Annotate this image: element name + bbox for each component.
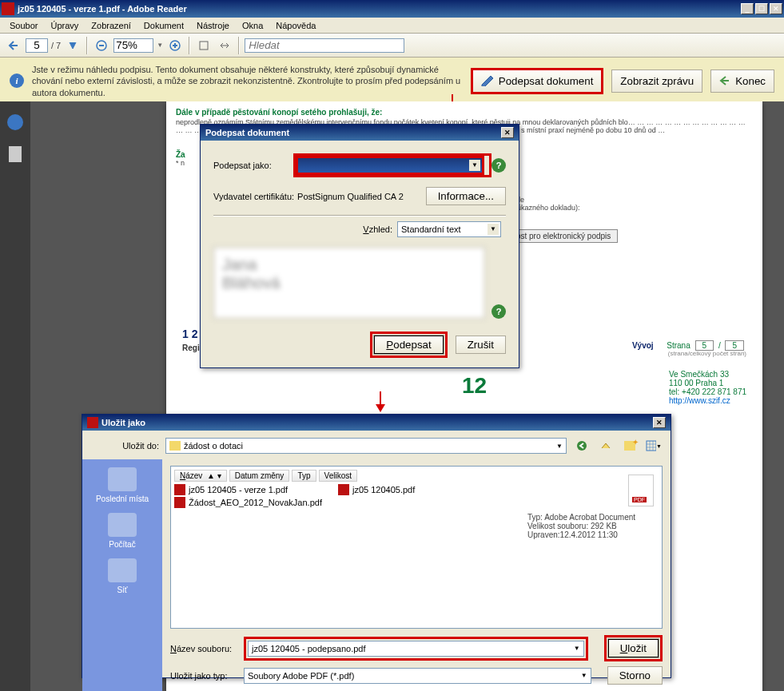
folder-icon <box>169 441 181 451</box>
minimize-button[interactable]: _ <box>741 3 754 14</box>
pen-icon <box>481 75 494 86</box>
pdf-icon <box>2 2 14 15</box>
window-title: jz05 120405 - verze 1.pdf - Adobe Reader <box>18 4 741 14</box>
network-label: Síť <box>117 586 127 594</box>
sign-as-label: Podepsat jako: <box>213 161 293 170</box>
search-input[interactable] <box>245 38 404 53</box>
window-controls: _ ☐ ✕ <box>741 3 782 14</box>
filetype-label: Uložit jako typ: <box>170 671 239 681</box>
cancel-save-button[interactable]: Storno <box>607 666 663 685</box>
col-name[interactable]: Název ▲ ▾ <box>174 470 227 482</box>
file-list[interactable]: Název ▲ ▾ Datum změny Typ Velikost jz05 … <box>170 466 663 629</box>
page-footer-right: Vývoj Strana 5 / 5 (strana/celkový počet… <box>632 341 746 357</box>
menu-edit[interactable]: Úpravy <box>44 19 85 32</box>
maximize-button[interactable]: ☐ <box>755 3 768 14</box>
pdf-large-icon <box>628 475 654 506</box>
menu-file[interactable]: Soubor <box>3 19 44 32</box>
pages-panel-icon[interactable] <box>9 146 22 162</box>
file-item[interactable]: Žádost_AEO_2012_NovakJan.pdf <box>174 496 322 509</box>
zoom-input[interactable] <box>113 38 153 53</box>
sign-button-label: Podepsat dokument <box>499 75 594 87</box>
directory-name: žádost o dotaci <box>184 441 243 451</box>
col-size[interactable]: Velikost <box>319 470 357 482</box>
look-value: Standardní text <box>401 224 461 234</box>
filetype-select[interactable]: Soubory Adobe PDF (*.pdf) ▼ <box>244 668 591 684</box>
sign-cancel-button[interactable]: Zrušit <box>456 336 506 354</box>
svg-rect-2 <box>200 42 208 50</box>
pdf-icon <box>87 417 98 428</box>
directory-select[interactable]: žádost o dotaci ▼ <box>165 438 567 454</box>
zoom-out-button[interactable] <box>93 37 110 54</box>
pdf-icon <box>338 484 349 495</box>
end-button[interactable]: Konec <box>710 69 774 93</box>
col-date[interactable]: Datum změny <box>229 470 290 482</box>
menu-help[interactable]: Nápověda <box>269 19 322 32</box>
filename-label: Název souboru: <box>170 644 239 653</box>
menu-tools[interactable]: Nástroje <box>190 19 236 32</box>
help-icon[interactable]: ? <box>491 304 506 319</box>
menubar: Soubor Úpravy Zobrazení Dokument Nástroj… <box>0 18 784 34</box>
back-button[interactable] <box>573 437 591 455</box>
doc-address: Ve Smečkách 33 110 00 Praha 1 tel: +420 … <box>669 370 746 405</box>
svg-rect-4 <box>647 441 656 451</box>
issuer-value: PostSignum Qualified CA 2 <box>297 192 426 201</box>
sign-dialog-titlebar: Podepsat dokument ✕ <box>201 125 519 141</box>
file-item[interactable]: jz05 120405.pdf <box>338 483 415 496</box>
help-icon[interactable]: ? <box>491 158 506 173</box>
zoom-in-button[interactable] <box>166 37 184 54</box>
doc-heading: Dále v případě pěstování konopí setého p… <box>176 108 753 117</box>
filename-input[interactable]: jz05 120405 - podepsano.pdf ▼ <box>248 641 584 657</box>
save-to-label: Uložit do: <box>90 441 159 451</box>
file-info-panel: Typ: Adobe Acrobat Document Velikost sou… <box>523 470 659 625</box>
close-button[interactable]: ✕ <box>770 3 782 14</box>
show-report-button[interactable]: Zobrazit zprávu <box>611 69 702 93</box>
prev-page-button[interactable] <box>5 37 22 54</box>
save-button[interactable]: Uložit <box>608 639 659 657</box>
signature-notification-bar: i Jste v režimu náhledu podpisu. Tento d… <box>0 58 784 105</box>
page-total: / 7 <box>51 41 61 50</box>
save-dialog-title: Uložit jako <box>101 418 145 427</box>
signature-preview: JanaBláhová <box>213 247 485 319</box>
save-as-dialog: Uložit jako ✕ Uložit do: žádost o dotaci… <box>82 414 671 678</box>
file-item[interactable]: jz05 120405 - verze 1.pdf <box>174 483 322 496</box>
titlebar: jz05 120405 - verze 1.pdf - Adobe Reader… <box>0 0 784 18</box>
toolbar: / 7 ▼ <box>0 34 784 58</box>
network-icon[interactable] <box>108 558 137 582</box>
fit-page-button[interactable] <box>195 37 213 54</box>
new-folder-button[interactable]: ✦ <box>621 437 639 455</box>
recent-places-icon[interactable] <box>108 467 137 491</box>
view-menu-button[interactable]: ▼ <box>645 437 663 455</box>
sign-dialog-body: Podepsat jako: ▼ ? Vydavatel certifikátu… <box>201 141 519 367</box>
look-label: VVzhled:zhled: <box>363 224 392 234</box>
separator <box>86 37 88 54</box>
menu-document[interactable]: Dokument <box>137 19 190 32</box>
look-select[interactable]: Standardní text ▼ <box>397 221 501 237</box>
info-icon: i <box>10 73 24 88</box>
next-page-button[interactable] <box>64 37 82 54</box>
sidebar <box>0 101 30 691</box>
computer-icon[interactable] <box>108 513 137 537</box>
issuer-label: Vydavatel certifikátu: <box>213 192 294 201</box>
fit-width-button[interactable] <box>216 37 233 54</box>
sign-dialog-title: Podepsat dokument <box>205 128 289 137</box>
up-button[interactable] <box>597 437 615 455</box>
save-dialog-titlebar: Uložit jako ✕ <box>82 415 671 431</box>
places-sidebar: Poslední místa Počítač Síť <box>82 459 162 691</box>
save-dialog-close-button[interactable]: ✕ <box>653 417 666 428</box>
notification-text: Jste v režimu náhledu podpisu. Tento dok… <box>32 64 463 98</box>
sign-dialog-close-button[interactable]: ✕ <box>501 127 514 138</box>
svg-point-3 <box>577 441 587 451</box>
menu-view[interactable]: Zobrazení <box>85 19 137 32</box>
col-type[interactable]: Typ <box>292 470 316 482</box>
sign-as-select[interactable]: ▼ <box>297 157 483 173</box>
arrow-annotation <box>380 391 381 411</box>
sign-ok-button[interactable]: PPodepsatodepsat <box>374 336 443 354</box>
save-main-area: Název ▲ ▾ Datum změny Typ Velikost jz05 … <box>162 459 671 691</box>
info-button[interactable]: Informace... <box>426 187 506 205</box>
pdf-icon <box>174 484 185 495</box>
back-arrow-icon <box>719 75 730 86</box>
menu-window[interactable]: Okna <box>236 19 269 32</box>
sign-document-button[interactable]: Podepsat dokument <box>471 68 604 94</box>
page-number-input[interactable] <box>26 38 48 53</box>
info-panel-icon[interactable] <box>7 114 23 130</box>
